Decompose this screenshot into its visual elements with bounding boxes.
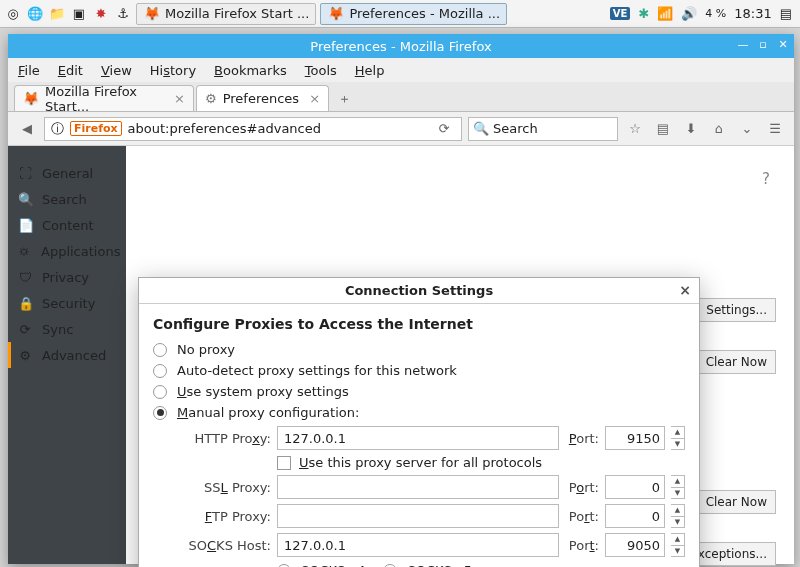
downloads-icon[interactable]: ⬇ [680, 118, 702, 140]
radio-socks-v4[interactable]: SOCKS v4 [277, 563, 365, 567]
taskbar-app-preferences[interactable]: 🦊 Preferences - Mozilla ... [320, 3, 507, 25]
close-button[interactable]: ✕ [776, 37, 790, 51]
http-proxy-input[interactable] [277, 426, 559, 450]
http-port-input[interactable] [605, 426, 665, 450]
sync-icon: ⟳ [18, 322, 32, 337]
sidebar-item-sync[interactable]: ⟳Sync [8, 316, 126, 342]
search-icon: 🔍 [18, 192, 32, 207]
ftp-proxy-input[interactable] [277, 504, 559, 528]
url-field[interactable]: ⓘ Firefox about:preferences#advanced ⟳ [44, 117, 462, 141]
ftp-port-input[interactable] [605, 504, 665, 528]
tab-firefox-start[interactable]: 🦊 Mozilla Firefox Start... × [14, 85, 194, 111]
use-for-all-checkbox-row[interactable]: Use this proxy server for all protocols [277, 455, 685, 470]
bluetooth-icon[interactable]: ✱ [638, 6, 649, 21]
radio-icon [153, 406, 167, 420]
terminal-icon[interactable]: ▣ [70, 5, 88, 23]
maximize-button[interactable]: ▫ [756, 37, 770, 51]
tab-label: Mozilla Firefox Start... [45, 84, 164, 114]
wifi-icon[interactable]: 📶 [657, 6, 673, 21]
menu-help[interactable]: Help [355, 63, 385, 78]
radio-icon [153, 364, 167, 378]
checkbox-icon [277, 456, 291, 470]
bug-icon[interactable]: ✸ [92, 5, 110, 23]
ssl-proxy-label: SSL Proxy: [181, 480, 271, 495]
pocket-icon[interactable]: ⌄ [736, 118, 758, 140]
ve-indicator-icon[interactable]: VE [610, 7, 631, 20]
tray-menu-icon[interactable]: ▤ [780, 6, 792, 21]
radio-manual-proxy[interactable]: Manual proxy configuration: [153, 405, 685, 420]
socks-port-spinner[interactable]: ▲▼ [671, 533, 685, 557]
content-area: ⛶General 🔍Search 📄Content ⛭Applications … [8, 146, 794, 564]
dialog-heading: Configure Proxies to Access the Internet [153, 316, 685, 332]
clock-label[interactable]: 18:31 [734, 6, 771, 21]
socks-port-input[interactable] [605, 533, 665, 557]
wireshark-icon[interactable]: ⚓ [114, 5, 132, 23]
new-tab-button[interactable]: ＋ [331, 87, 357, 111]
search-field[interactable]: 🔍 Search [468, 117, 618, 141]
http-port-spinner[interactable]: ▲▼ [671, 426, 685, 450]
globe-icon[interactable]: 🌐 [26, 5, 44, 23]
ssl-proxy-input[interactable] [277, 475, 559, 499]
search-icon: 🔍 [473, 121, 489, 136]
system-tray: VE ✱ 📶 🔊 4 % 18:31 ▤ [610, 6, 796, 21]
home-icon[interactable]: ⌂ [708, 118, 730, 140]
back-button[interactable]: ◀ [16, 118, 38, 140]
port-label: Port: [565, 431, 599, 446]
hamburger-menu-icon[interactable]: ☰ [764, 118, 786, 140]
radio-icon [153, 385, 167, 399]
menu-file[interactable]: File [18, 63, 40, 78]
battery-label[interactable]: 4 % [705, 7, 726, 20]
radio-icon [383, 564, 397, 568]
bookmark-star-icon[interactable]: ☆ [624, 118, 646, 140]
clear-now-button[interactable]: Clear Now [697, 350, 776, 374]
clear-now-button-2[interactable]: Clear Now [697, 490, 776, 514]
tab-label: Preferences [223, 91, 299, 106]
radio-no-proxy[interactable]: No proxy [153, 342, 685, 357]
window-titlebar[interactable]: Preferences - Mozilla Firefox — ▫ ✕ [8, 34, 794, 58]
taskbar-label: Preferences - Mozilla ... [349, 6, 500, 21]
menu-tools[interactable]: Tools [305, 63, 337, 78]
privacy-icon: 🛡 [18, 270, 32, 285]
tab-preferences[interactable]: ⚙ Preferences × [196, 85, 329, 111]
menu-edit[interactable]: Edit [58, 63, 83, 78]
sidebar-item-applications[interactable]: ⛭Applications [8, 238, 126, 264]
settings-button[interactable]: Settings... [697, 298, 776, 322]
menu-bookmarks[interactable]: Bookmarks [214, 63, 287, 78]
dialog-titlebar[interactable]: Connection Settings × [139, 278, 699, 304]
port-label: Port: [565, 509, 599, 524]
sidebar-item-content[interactable]: 📄Content [8, 212, 126, 238]
proxy-fields: HTTP Proxy: Port: ▲▼ Use this proxy serv… [181, 426, 685, 567]
socks-host-input[interactable] [277, 533, 559, 557]
tab-close-icon[interactable]: × [309, 91, 320, 106]
radio-socks-v5[interactable]: SOCKS v5 [383, 563, 471, 567]
ftp-port-spinner[interactable]: ▲▼ [671, 504, 685, 528]
library-icon[interactable]: ▤ [652, 118, 674, 140]
port-label: Port: [565, 480, 599, 495]
menu-view[interactable]: View [101, 63, 132, 78]
radio-system-proxy[interactable]: Use system proxy settings [153, 384, 685, 399]
menu-history[interactable]: History [150, 63, 196, 78]
sidebar-item-privacy[interactable]: 🛡Privacy [8, 264, 126, 290]
sidebar-item-search[interactable]: 🔍Search [8, 186, 126, 212]
tab-strip: 🦊 Mozilla Firefox Start... × ⚙ Preferenc… [8, 82, 794, 112]
firefox-icon: 🦊 [23, 91, 39, 106]
help-icon[interactable]: ? [762, 170, 770, 188]
menu-icon[interactable]: ◎ [4, 5, 22, 23]
files-icon[interactable]: 📁 [48, 5, 66, 23]
radio-icon [277, 564, 291, 568]
taskbar-app-firefox-start[interactable]: 🦊 Mozilla Firefox Start ... [136, 3, 316, 25]
sidebar-item-general[interactable]: ⛶General [8, 160, 126, 186]
dialog-close-button[interactable]: × [679, 282, 691, 298]
sidebar-item-security[interactable]: 🔒Security [8, 290, 126, 316]
sidebar-item-advanced[interactable]: ⚙Advanced [8, 342, 126, 368]
ssl-port-spinner[interactable]: ▲▼ [671, 475, 685, 499]
ssl-port-input[interactable] [605, 475, 665, 499]
window-title: Preferences - Mozilla Firefox [310, 39, 491, 54]
radio-auto-detect[interactable]: Auto-detect proxy settings for this netw… [153, 363, 685, 378]
url-text: about:preferences#advanced [128, 121, 321, 136]
tab-close-icon[interactable]: × [174, 91, 185, 106]
firefox-icon: 🦊 [327, 5, 345, 23]
volume-icon[interactable]: 🔊 [681, 6, 697, 21]
reload-icon[interactable]: ⟳ [433, 121, 455, 136]
minimize-button[interactable]: — [736, 37, 750, 51]
